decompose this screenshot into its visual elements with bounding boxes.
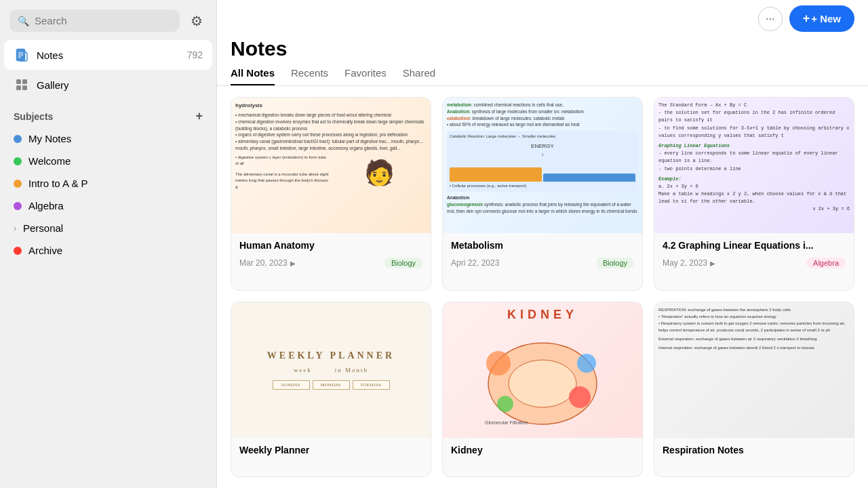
planner-sub: week in Month: [294, 367, 368, 373]
note-preview-human-anatomy: hydrolysis • mechanical digestion breaks…: [231, 98, 431, 233]
note-footer-kidney: Kidney: [443, 438, 642, 462]
note-footer-planner: Weekly Planner: [231, 438, 431, 462]
sidebar-item-my-notes[interactable]: My Notes: [0, 127, 216, 150]
note-title: Weekly Planner: [239, 445, 309, 455]
svg-point-13: [497, 396, 513, 412]
sidebar-notes-count: 792: [187, 49, 203, 60]
notes-icon: [14, 47, 30, 63]
sidebar-item-archive[interactable]: Archive: [0, 239, 216, 262]
note-date: Apri 22, 2023: [451, 258, 499, 268]
play-icon: ▶: [290, 260, 296, 267]
note-meta-metabolism: Apri 22, 2023 Biology: [443, 258, 642, 275]
note-tag: Algebra: [806, 258, 846, 268]
notes-grid: hydrolysis • mechanical digestion breaks…: [217, 86, 868, 488]
note-footer-human-anatomy: Human Anatomy: [231, 233, 431, 258]
tab-shared[interactable]: Shared: [403, 67, 435, 85]
play-icon: ▶: [710, 260, 715, 267]
search-input[interactable]: [35, 15, 172, 26]
personal-chevron: ›: [14, 224, 16, 233]
archive-dot: [14, 247, 22, 255]
algebra-label: Algebra: [28, 200, 64, 211]
new-button-icon: +: [803, 12, 810, 26]
intro-dot: [14, 180, 22, 188]
note-card-respiration[interactable]: RESPIRATION: exchange of gases between t…: [654, 302, 854, 478]
sidebar-item-intro[interactable]: Intro to A & P: [0, 172, 216, 195]
svg-rect-6: [16, 85, 21, 90]
main-content: ··· + + New Notes All Notes Recents Favo…: [217, 0, 868, 488]
intro-label: Intro to A & P: [28, 178, 88, 189]
svg-rect-7: [22, 85, 27, 90]
my-notes-dot: [14, 135, 22, 143]
gallery-icon: [14, 77, 30, 93]
sidebar-item-notes[interactable]: Notes 792: [4, 40, 212, 70]
sidebar-item-welcome[interactable]: Welcome: [0, 150, 216, 172]
svg-point-12: [569, 386, 591, 408]
more-icon: ···: [766, 13, 774, 25]
tab-all-notes[interactable]: All Notes: [231, 67, 275, 85]
welcome-label: Welcome: [28, 155, 71, 167]
search-icon: 🔍: [18, 16, 29, 26]
note-date: May 2, 2023 ▶: [663, 258, 715, 268]
note-card-human-anatomy[interactable]: hydrolysis • mechanical digestion breaks…: [231, 97, 431, 291]
svg-point-11: [577, 354, 596, 373]
svg-point-9: [509, 360, 576, 407]
new-note-button[interactable]: + + New: [789, 5, 854, 32]
subjects-heading: Subjects: [14, 111, 53, 122]
note-preview-planner: WEEKLY PLANNER week in Month SUNDAY MOND…: [231, 302, 431, 438]
note-preview-algebra: The Standard Form → Ax + By = C - the so…: [654, 98, 854, 233]
note-tag: Biology: [384, 258, 422, 268]
note-footer-metabolism: Metabolism: [443, 233, 642, 258]
sidebar-notes-label: Notes: [37, 49, 180, 61]
svg-text:Glomerular Filtration: Glomerular Filtration: [485, 420, 528, 425]
note-preview-metabolism: metabolism: combined chemical reactions …: [443, 98, 642, 233]
planner-col-tuesday: TUESDAY: [353, 380, 390, 390]
new-button-label: + New: [811, 13, 841, 24]
planner-title: WEEKLY PLANNER: [267, 350, 395, 361]
welcome-dot: [14, 157, 22, 165]
note-footer-algebra: 4.2 Graphing Linear Equations i...: [654, 233, 854, 258]
sidebar-item-algebra[interactable]: Algebra: [0, 195, 216, 217]
note-card-kidney[interactable]: KIDNEY Glomerular Filtration: [442, 302, 643, 478]
sidebar-item-personal[interactable]: › Personal: [0, 217, 216, 239]
add-subject-button[interactable]: +: [195, 109, 203, 123]
settings-icon: ⚙: [191, 14, 203, 28]
personal-label: Personal: [23, 222, 63, 234]
svg-point-10: [486, 351, 511, 375]
svg-rect-5: [22, 79, 27, 84]
note-preview-kidney: KIDNEY Glomerular Filtration: [443, 302, 642, 438]
search-bar[interactable]: 🔍: [9, 9, 180, 32]
note-card-metabolism[interactable]: metabolism: combined chemical reactions …: [442, 97, 643, 291]
note-preview-respiration: RESPIRATION: exchange of gases between t…: [654, 302, 854, 438]
subjects-section: Subjects +: [0, 100, 216, 127]
note-title: Human Anatomy: [239, 240, 315, 251]
top-bar: ··· + + New: [217, 0, 868, 37]
tab-favorites[interactable]: Favorites: [344, 67, 387, 85]
algebra-dot: [14, 202, 22, 210]
note-title: Respiration Notes: [663, 445, 744, 455]
note-meta-algebra: May 2, 2023 ▶ Algebra: [654, 258, 854, 275]
settings-button[interactable]: ⚙: [186, 12, 207, 30]
sidebar-gallery-label: Gallery: [37, 79, 203, 91]
page-title: Notes: [217, 37, 868, 64]
note-meta-human-anatomy: Mar 20, 2023 ▶ Biology: [231, 258, 431, 275]
tabs-row: All Notes Recents Favorites Shared: [217, 64, 868, 86]
note-footer-respiration: Respiration Notes: [654, 438, 854, 462]
note-tag: Biology: [596, 258, 634, 268]
note-card-algebra[interactable]: The Standard Form → Ax + By = C - the so…: [654, 97, 854, 291]
planner-col-sunday: SUNDAY: [273, 380, 310, 390]
my-notes-label: My Notes: [28, 133, 71, 144]
planner-col-monday: MONDAY: [313, 380, 350, 390]
tab-recents[interactable]: Recents: [291, 67, 328, 85]
archive-label: Archive: [28, 245, 62, 256]
note-date: Mar 20, 2023 ▶: [239, 258, 296, 268]
sidebar-item-gallery[interactable]: Gallery: [4, 70, 212, 100]
more-options-button[interactable]: ···: [758, 7, 783, 31]
svg-rect-4: [16, 79, 21, 84]
note-title: Metabolism: [451, 240, 503, 251]
sidebar: 🔍 ⚙ Notes 792: [0, 0, 217, 488]
note-title: 4.2 Graphing Linear Equations i...: [663, 240, 813, 251]
note-title: Kidney: [451, 445, 483, 455]
note-card-planner[interactable]: WEEKLY PLANNER week in Month SUNDAY MOND…: [231, 302, 431, 478]
